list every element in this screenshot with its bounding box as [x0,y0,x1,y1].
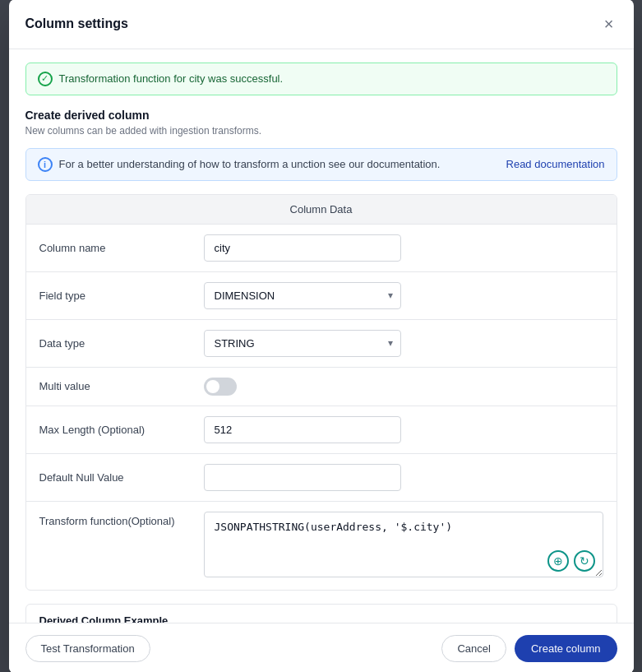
modal-header: Column settings × [9,0,634,49]
column-name-row: Column name [26,224,617,271]
column-settings-modal: Column settings × ✓ Transformation funct… [9,0,634,672]
default-null-row: Default Null Value [26,453,617,501]
cancel-button[interactable]: Cancel [441,635,506,662]
success-banner: ✓ Transformation function for city was s… [25,63,617,95]
success-icon: ✓ [38,72,53,86]
field-type-select[interactable]: DIMENSION METRIC [204,282,401,309]
transform-function-textarea[interactable] [204,512,603,577]
column-name-label: Column name [39,242,204,254]
max-length-label: Max Length (Optional) [39,424,204,436]
create-section-heading: Create derived column [25,109,617,122]
field-type-label: Field type [39,290,204,302]
data-type-label: Data type [39,337,204,350]
data-type-row: Data type STRING INTEGER FLOAT BOOLEAN D… [26,319,617,367]
create-section-subheading: New columns can be added with ingestion … [25,125,617,137]
multi-value-label: Multi value [39,380,204,392]
default-null-input[interactable] [204,464,401,491]
pin-icon[interactable]: ⊕ [547,550,569,572]
derived-column-section: Derived Column Example city New Edmundo … [25,604,617,623]
test-transformation-button[interactable]: Test Transformation [25,635,150,662]
refresh-icon[interactable]: ↻ [574,550,595,572]
default-null-label: Default Null Value [39,471,204,484]
modal-footer: Test Transformation Cancel Create column [9,623,634,673]
column-data-header: Column Data [26,195,617,224]
max-length-row: Max Length (Optional) [26,406,617,453]
column-name-input[interactable] [204,234,401,262]
close-button[interactable]: × [601,12,617,35]
info-banner: i For a better understanding of how to t… [25,148,617,181]
modal-overlay: Column settings × ✓ Transformation funct… [0,0,642,672]
transform-function-row: Transform function(Optional) ⊕ ↻ [26,501,617,590]
info-icon: i [38,157,53,172]
info-text: For a better understanding of how to tra… [59,158,441,170]
modal-body: ✓ Transformation function for city was s… [9,49,634,623]
data-type-select[interactable]: STRING INTEGER FLOAT BOOLEAN DATE DATETI… [204,330,401,357]
transform-function-label: Transform function(Optional) [39,512,204,580]
read-documentation-link[interactable]: Read documentation [506,158,605,170]
field-type-row: Field type DIMENSION METRIC ▾ [26,271,617,319]
max-length-input[interactable] [204,416,401,443]
modal-title: Column settings [25,16,128,31]
derived-column-heading: Derived Column Example [26,605,617,623]
multi-value-toggle[interactable] [204,378,237,396]
multi-value-row: Multi value [26,367,617,406]
column-data-section: Column Data Column name Field type DIMEN… [25,194,617,591]
create-column-button[interactable]: Create column [515,635,617,662]
success-text: Transformation function for city was suc… [59,72,284,85]
